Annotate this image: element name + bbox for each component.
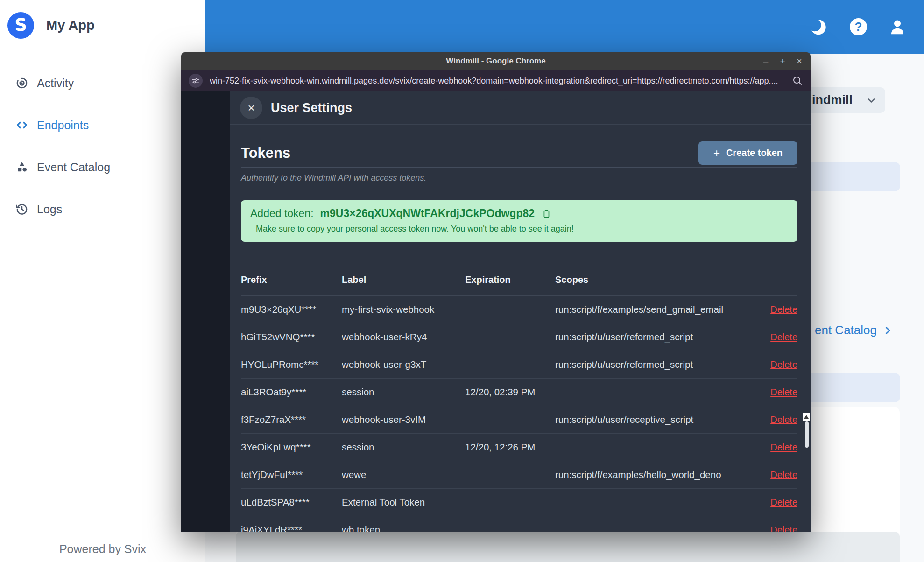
address-bar[interactable]: win-752-fix-svix-webhook-win.windmill.pa… [181,70,811,91]
powered-by-svix: Powered by Svix [0,542,205,556]
cell-prefix: HYOLuPRomc**** [241,359,342,370]
cell-expiration: 12/20, 02:39 PM [465,386,555,398]
col-expiration: Expiration [465,274,555,285]
sidebar-item-label: Logs [37,203,62,216]
table-row: hGiT52wVNQ**** webhook-user-kRy4 run:scr… [241,323,797,351]
zoom-icon[interactable] [792,75,803,86]
sidebar-item-event-catalog[interactable]: Event Catalog [0,154,205,180]
dark-mode-moon-icon[interactable] [810,18,828,36]
shapes-icon [15,160,29,174]
window-titlebar[interactable]: Windmill - Google Chrome – + × [181,52,811,70]
cell-prefix: aiL3ROat9y**** [241,386,342,398]
sidebar-item-logs[interactable]: Logs [0,196,205,222]
drawer-title: User Settings [271,101,352,115]
workspace-select-label: indmill [812,93,853,107]
activity-icon [15,76,29,90]
maximize-button[interactable]: + [774,56,791,66]
cell-label: webhook-user-3vIM [342,414,465,425]
cell-label: session [342,442,465,453]
table-row: m9U3×26qXU**** my-first-svix-webhook run… [241,296,797,323]
create-token-button[interactable]: + Create token [698,141,797,165]
cell-label: wb token [342,524,465,532]
user-settings-drawer: × User Settings Tokens + Create token Au… [230,91,811,532]
minimize-button[interactable]: – [757,56,774,66]
create-token-label: Create token [726,148,783,158]
delete-link[interactable]: Delete [770,497,797,508]
tokens-section-header: Tokens + Create token [241,139,797,168]
added-token-value: m9U3×26qXUXqNWtFAKrdjJCkPOdwgp82 [320,207,535,220]
cell-scopes: run:script/u/user/reformed_script [555,359,764,370]
divider [0,104,205,104]
sidebar-item-label: Event Catalog [37,161,110,174]
url-text[interactable]: win-752-fix-svix-webhook-win.windmill.pa… [210,76,792,86]
cell-prefix: hGiT52wVNQ**** [241,331,342,343]
cell-prefix: tetYjDwFuI**** [241,469,342,480]
screen: ? S My App Activity [0,0,924,562]
delete-link[interactable]: Delete [770,442,797,453]
cell-expiration: 12/20, 12:26 PM [465,442,555,453]
browser-viewport: × User Settings Tokens + Create token Au… [181,91,811,532]
cell-label: wewe [342,469,465,480]
history-icon [15,202,29,216]
cell-scopes: run:script/u/user/receptive_script [555,414,764,425]
col-label: Label [342,274,465,285]
chevron-right-icon [882,325,893,336]
tokens-heading: Tokens [241,145,290,162]
window-title: Windmill - Google Chrome [446,56,545,66]
cell-label: webhook-user-g3xT [342,359,465,370]
tokens-table-body: m9U3×26qXU**** my-first-svix-webhook run… [241,296,797,532]
window-close-button[interactable]: × [791,56,808,66]
sidebar-item-label: Activity [37,77,74,90]
svix-logo: S [7,12,34,39]
cell-prefix: i9AiXYLdR**** [241,524,342,532]
tokens-table-header: Prefix Label Expiration Scopes [241,274,797,296]
background-input-area [236,532,900,562]
col-prefix: Prefix [241,274,342,285]
drawer-header: × User Settings [230,91,811,125]
tokens-subtitle: Authentify to the Windmill API with acce… [241,173,797,183]
table-row: f3FzoZ7raX**** webhook-user-3vIM run:scr… [241,406,797,434]
delete-link[interactable]: Delete [770,359,797,370]
cell-prefix: f3FzoZ7raX**** [241,414,342,425]
sidebar-item-label: Endpoints [37,119,89,132]
scrollbar-thumb[interactable] [805,422,809,448]
help-glyph: ? [855,20,862,34]
event-catalog-link[interactable]: ent Catalog [815,323,893,337]
col-scopes: Scopes [555,274,764,285]
close-icon[interactable]: × [240,97,262,119]
app-logo-row: S My App [0,0,205,39]
scroll-up-button[interactable] [803,413,810,421]
token-warning-message: Make sure to copy your personal access t… [256,224,788,234]
added-token-label: Added token: [250,207,314,220]
table-row: aiL3ROat9y**** session 12/20, 02:39 PM D… [241,379,797,406]
chrome-window: Windmill - Google Chrome – + × win-752-f… [181,52,811,532]
app-topbar: ? [205,0,924,54]
delete-link[interactable]: Delete [770,304,797,315]
delete-link[interactable]: Delete [770,525,797,533]
cell-scopes: run:script/f/examples/hello_world_deno [555,469,764,480]
delete-link[interactable]: Delete [770,387,797,398]
plus-icon: + [713,147,720,160]
event-catalog-link-label: ent Catalog [815,323,877,337]
cell-label: session [342,386,465,398]
cell-label: External Tool Token [342,497,465,508]
cell-prefix: uLdBztSPA8**** [241,497,342,508]
help-icon[interactable]: ? [850,18,867,35]
cell-scopes: run:script/f/examples/send_gmail_email [555,304,764,315]
table-row: 3YeOiKpLwq**** session 12/20, 12:26 PM D… [241,434,797,461]
cell-label: webhook-user-kRy4 [342,331,465,343]
app-sidebar: S My App Activity Endpoints [0,0,205,562]
user-icon[interactable] [889,18,906,36]
copy-clipboard-icon[interactable] [541,209,551,219]
site-info-icon[interactable] [189,74,203,88]
delete-link[interactable]: Delete [770,414,797,425]
sidebar-item-activity[interactable]: Activity [0,70,205,96]
added-token-alert: Added token: m9U3×26qXUXqNWtFAKrdjJCkPOd… [241,200,797,242]
sidebar-item-endpoints[interactable]: Endpoints [0,112,205,138]
table-row: HYOLuPRomc**** webhook-user-g3xT run:scr… [241,351,797,379]
cell-scopes: run:script/u/user/reformed_script [555,331,764,343]
chevron-down-icon [866,95,877,106]
delete-link[interactable]: Delete [770,332,797,343]
cell-prefix: 3YeOiKpLwq**** [241,442,342,453]
delete-link[interactable]: Delete [770,470,797,480]
